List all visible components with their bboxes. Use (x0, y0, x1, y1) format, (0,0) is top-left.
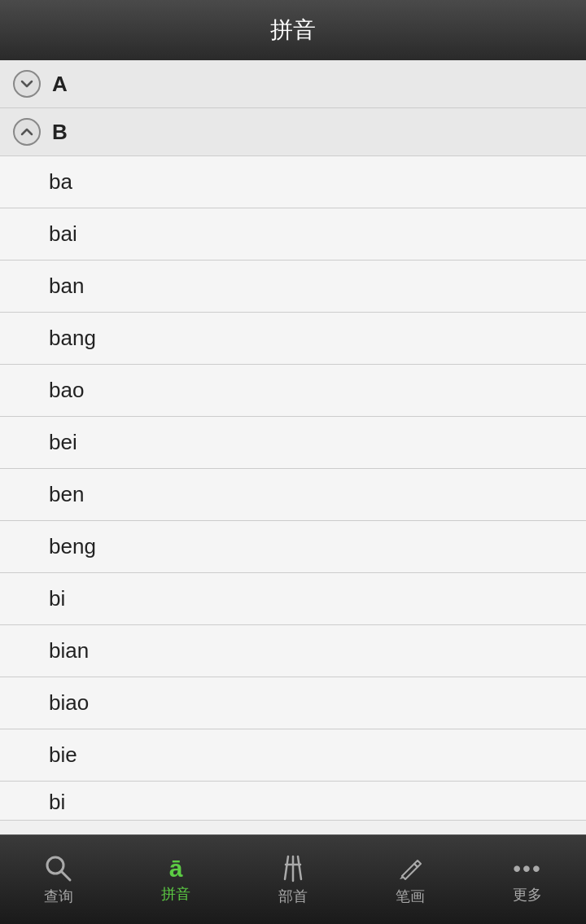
list-item[interactable]: ben (0, 469, 586, 521)
list-item[interactable]: bang (0, 313, 586, 365)
page-title: 拼音 (270, 17, 316, 42)
list-item[interactable]: beng (0, 521, 586, 573)
nav-label-pinyin: 拼音 (161, 884, 190, 904)
nav-item-search[interactable]: 查询 (0, 835, 117, 924)
content-list: A B ba bai ban bang bao bei ben beng bi … (0, 60, 586, 834)
list-item[interactable]: bi (0, 573, 586, 625)
list-item[interactable]: bai (0, 208, 586, 261)
list-item[interactable]: ba (0, 156, 586, 208)
list-item[interactable]: bian (0, 625, 586, 677)
toggle-a-icon[interactable] (13, 70, 41, 98)
list-item[interactable]: ban (0, 261, 586, 313)
list-item-partial[interactable]: bi (0, 782, 586, 821)
section-header-a[interactable]: A (0, 60, 586, 108)
search-icon (44, 854, 73, 883)
bottom-nav: 查询 ā 拼音 部首 笔画 ••• (0, 834, 586, 924)
section-b-label: B (52, 120, 68, 145)
nav-label-search: 查询 (44, 887, 73, 906)
nav-item-pinyin[interactable]: ā 拼音 (117, 835, 234, 924)
nav-label-bihua: 笔画 (396, 887, 425, 906)
nav-item-bihua[interactable]: 笔画 (352, 835, 469, 924)
section-header-b[interactable]: B (0, 108, 586, 156)
pen-icon (397, 854, 423, 883)
nav-item-bushou[interactable]: 部首 (234, 835, 352, 924)
page-header: 拼音 (0, 0, 586, 60)
list-item[interactable]: biao (0, 677, 586, 729)
bushou-icon (280, 854, 306, 883)
svg-line-1 (61, 871, 70, 880)
nav-label-more: 更多 (513, 885, 542, 904)
list-item[interactable]: bao (0, 365, 586, 417)
nav-item-more[interactable]: ••• 更多 (469, 835, 586, 924)
pinyin-icon: ā (169, 856, 183, 881)
more-icon: ••• (513, 856, 541, 882)
list-item[interactable]: bei (0, 417, 586, 469)
toggle-b-icon[interactable] (13, 118, 41, 146)
list-item[interactable]: bie (0, 729, 586, 782)
section-a-label: A (52, 72, 68, 97)
nav-label-bushou: 部首 (278, 887, 308, 906)
